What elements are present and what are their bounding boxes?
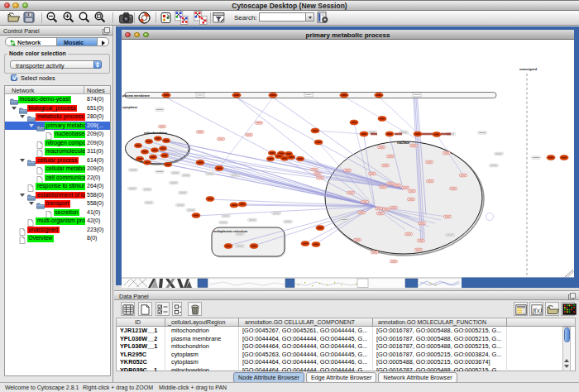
svg-text:plasma membrane: plasma membrane	[122, 93, 150, 98]
svg-text:cytoplasm: cytoplasm	[122, 105, 137, 109]
svg-text:f(x): f(x)	[533, 307, 542, 314]
svg-text:mitochondrion: mitochondrion	[144, 131, 167, 135]
svg-text:unassigned: unassigned	[519, 67, 537, 71]
svg-text:nucleus: nucleus	[397, 141, 409, 145]
